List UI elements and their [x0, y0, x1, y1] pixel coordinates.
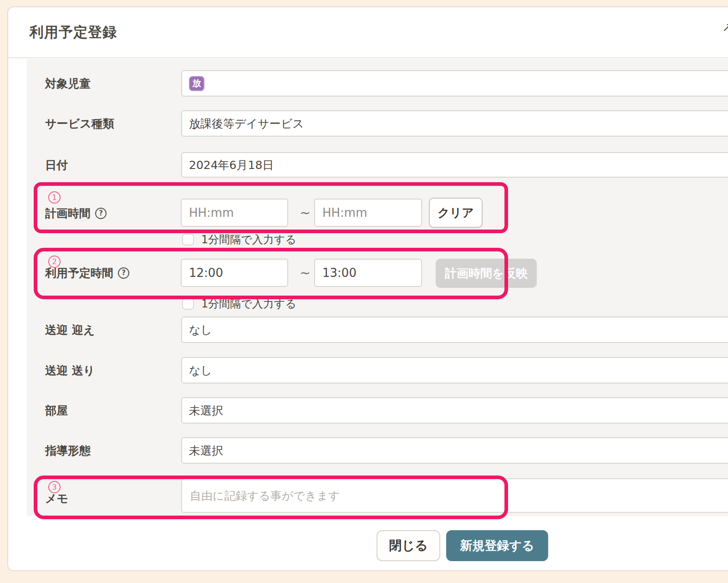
- registration-modal: 利用予定登録 ↗ 対象児童 放 サービス種類 放課後等デイサービス 日付 202…: [7, 6, 728, 571]
- annotation-marker-1: 1: [48, 191, 61, 204]
- room-value: 未選択: [189, 403, 223, 418]
- service-badge: 放: [189, 76, 204, 91]
- label-pickup: 送迎 迎え: [45, 317, 95, 343]
- help-icon[interactable]: ?: [95, 208, 107, 219]
- scheduled-time-start-input[interactable]: [181, 259, 288, 287]
- date-value: 2024年6月18日: [189, 158, 274, 173]
- planned-time-start-input[interactable]: [181, 199, 288, 227]
- label-memo-text: メモ: [45, 491, 68, 506]
- submit-button[interactable]: 新規登録する: [446, 530, 548, 561]
- planned-time-end-input[interactable]: [314, 199, 422, 227]
- pickup-value: なし: [189, 322, 212, 338]
- label-target-child: 対象児童: [45, 70, 91, 97]
- minute-interval-label-1: 1分間隔で入力する: [201, 234, 296, 245]
- page-background: 利用予定登録 ↗ 対象児童 放 サービス種類 放課後等デイサービス 日付 202…: [0, 0, 728, 583]
- label-instruction-type-text: 指導形態: [45, 443, 91, 458]
- modal-header: 利用予定登録: [8, 7, 728, 58]
- label-dropoff-text: 送迎 送り: [45, 363, 95, 378]
- label-dropoff: 送迎 送り: [45, 357, 95, 384]
- date-field[interactable]: 2024年6月18日: [181, 152, 728, 178]
- minute-interval-label-2: 1分間隔で入力する: [201, 298, 296, 310]
- minute-interval-checkbox-2[interactable]: [182, 298, 194, 310]
- minute-interval-checkbox-1[interactable]: [182, 234, 194, 245]
- label-target-child-text: 対象児童: [45, 76, 91, 91]
- service-type-value: 放課後等デイサービス: [189, 116, 304, 131]
- tilde-separator: ~: [295, 259, 315, 287]
- modal-footer: 閉じる 新規登録する: [8, 516, 728, 570]
- reflect-planned-time-button[interactable]: 計画時間を反映: [436, 259, 537, 288]
- label-service-type: サービス種類: [45, 110, 114, 137]
- annotation-marker-2: 2: [48, 256, 61, 268]
- modal-title: 利用予定登録: [30, 23, 117, 42]
- label-service-type-text: サービス種類: [45, 116, 114, 131]
- service-type-field[interactable]: 放課後等デイサービス: [181, 110, 728, 137]
- label-pickup-text: 送迎 迎え: [45, 322, 95, 338]
- label-date-text: 日付: [45, 158, 68, 173]
- expand-icon[interactable]: ↗: [722, 20, 728, 34]
- label-room: 部屋: [45, 397, 68, 424]
- instruction-type-value: 未選択: [189, 443, 223, 458]
- label-planned-time-text: 計画時間: [45, 206, 91, 221]
- scheduled-time-end-input[interactable]: [314, 259, 422, 287]
- instruction-type-field[interactable]: 未選択: [181, 437, 728, 464]
- label-planned-time: 計画時間 ?: [45, 204, 107, 222]
- room-field[interactable]: 未選択: [181, 397, 728, 424]
- target-child-field[interactable]: 放: [181, 70, 728, 97]
- annotation-marker-3: 3: [48, 481, 61, 493]
- label-date: 日付: [45, 152, 68, 178]
- pickup-field[interactable]: なし: [181, 317, 728, 343]
- dropoff-value: なし: [189, 363, 212, 378]
- close-button[interactable]: 閉じる: [377, 530, 440, 561]
- clear-button[interactable]: クリア: [429, 198, 483, 228]
- dropoff-field[interactable]: なし: [181, 357, 728, 384]
- label-instruction-type: 指導形態: [45, 437, 91, 464]
- label-room-text: 部屋: [45, 403, 68, 418]
- memo-input[interactable]: [181, 478, 728, 513]
- help-icon[interactable]: ?: [118, 267, 129, 279]
- tilde-separator: ~: [295, 199, 315, 227]
